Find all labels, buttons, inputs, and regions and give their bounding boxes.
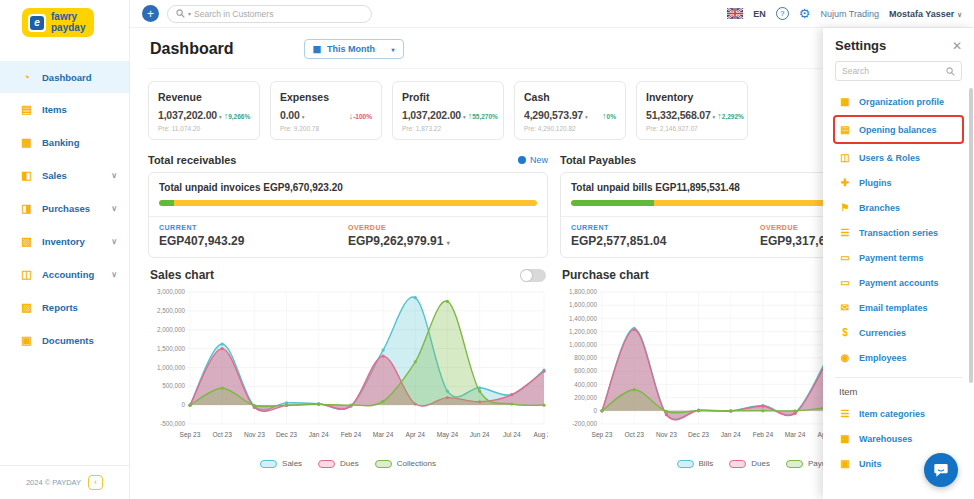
sidebar-item-label: Items [42, 104, 67, 115]
settings-item-plugins[interactable]: ✚Plugins [835, 170, 962, 195]
topbar: + ▾ EN ? ⚙ Nujum Trading Mostafa Yasser … [130, 0, 974, 28]
settings-search-input[interactable] [842, 66, 942, 76]
legend-label: Sales [282, 459, 302, 468]
settings-item-label: Transaction series [859, 228, 938, 238]
user-menu[interactable]: Mostafa Yasser ∨ [889, 9, 962, 19]
settings-item-item-categories[interactable]: ☰Item categories [835, 401, 962, 426]
toggle-knob [521, 270, 532, 281]
settings-item-opening-balances[interactable]: ▤Opening balances [835, 117, 962, 142]
global-search[interactable]: ▾ [167, 5, 372, 23]
sidebar-item-inventory[interactable]: ▧Inventory∨ [0, 225, 129, 258]
sidebar-item-accounting[interactable]: ◫Accounting∨ [0, 258, 129, 291]
overdue-value[interactable]: EGP9,262,979.91 ▾ [348, 234, 537, 248]
warehouses-icon: ▦ [839, 433, 851, 444]
help-icon[interactable]: ? [776, 7, 789, 20]
settings-item-label: Item categories [859, 409, 925, 419]
settings-item-organization-profile[interactable]: ▦Organization profile [835, 89, 962, 114]
legend-swatch-icon [318, 460, 335, 468]
company-name[interactable]: Nujum Trading [820, 9, 879, 19]
sales-icon: ◧ [20, 169, 33, 182]
current-label: CURRENT [159, 224, 348, 231]
accounting-icon: ◫ [20, 268, 33, 281]
svg-text:1,400,000: 1,400,000 [569, 315, 598, 322]
sidebar-nav: ◔Dashboard▤Items▦Banking◧Sales∨◨Purchase… [0, 47, 129, 465]
svg-text:Sep 23: Sep 23 [592, 431, 613, 439]
current-value: EGP2,577,851.04 [571, 234, 760, 248]
sidebar-item-reports[interactable]: ▨Reports [0, 291, 129, 324]
settings-item-label: Email templates [859, 303, 928, 313]
receivables-progress-fill [159, 200, 174, 206]
chart-toggle[interactable] [520, 269, 546, 282]
receivables-card: Total unpaid invoices EGP9,670,923.20 CU… [148, 172, 548, 258]
sidebar-item-purchases[interactable]: ◨Purchases∨ [0, 192, 129, 225]
settings-item-currencies[interactable]: $Currencies [835, 320, 962, 345]
search-scope-caret-icon[interactable]: ▾ [188, 10, 191, 17]
legend-swatch-icon [786, 460, 803, 468]
chat-fab-button[interactable] [924, 453, 958, 487]
kpi-change-badge: ↓-100% [349, 111, 372, 121]
sidebar-item-sales[interactable]: ◧Sales∨ [0, 159, 129, 192]
settings-search[interactable] [835, 61, 962, 81]
sales-chart-block: Sales chart-500,0000500,0001,000,0001,50… [148, 266, 548, 468]
sidebar-item-banking[interactable]: ▦Banking [0, 126, 129, 159]
sales-chart-svg: -500,0000500,0001,000,0001,500,0002,000,… [148, 286, 548, 458]
chart-legend: SalesDuesCollections [148, 459, 548, 468]
sidebar-footer: 2024 © PAYDAY ‹ [0, 465, 129, 499]
chevron-down-icon[interactable]: ▾ [302, 114, 305, 120]
chevron-down-icon: ▾ [392, 46, 395, 53]
settings-item-warehouses[interactable]: ▦Warehouses [835, 426, 962, 451]
settings-item-label: Users & Roles [859, 153, 920, 163]
settings-item-payment-accounts[interactable]: ▭Payment accounts [835, 270, 962, 295]
settings-item-branches[interactable]: ⚑Branches [835, 195, 962, 220]
legend-item-collections[interactable]: Collections [375, 459, 436, 468]
item-section-label: Item [835, 382, 962, 399]
dashboard-icon: ◔ [20, 71, 33, 83]
scrollbar-thumb[interactable] [969, 88, 973, 383]
legend-item-dues[interactable]: Dues [318, 459, 359, 468]
kpi-card-inventory: Inventory51,332,568.07▾↑2,292%Pre: 2,146… [636, 81, 748, 140]
branches-icon: ⚑ [839, 202, 851, 213]
settings-general-list: ▦Organization profile▤Opening balances◫U… [835, 89, 962, 370]
legend-swatch-icon [260, 460, 277, 468]
svg-text:Feb 24: Feb 24 [753, 431, 774, 438]
settings-item-email-templates[interactable]: ✉Email templates [835, 295, 962, 320]
new-badge[interactable]: New [518, 155, 548, 165]
svg-text:Apr 24: Apr 24 [406, 431, 426, 439]
sidebar-item-documents[interactable]: ▣Documents [0, 324, 129, 357]
payment-accounts-icon: ▭ [839, 277, 851, 288]
chevron-down-icon[interactable]: ▾ [219, 114, 222, 120]
settings-item-payment-terms[interactable]: ▭Payment terms [835, 245, 962, 270]
uk-flag-icon[interactable] [727, 8, 743, 19]
users-roles-icon: ◫ [839, 152, 851, 163]
copyright-text: 2024 © PAYDAY [26, 478, 81, 487]
close-icon[interactable]: ✕ [952, 40, 962, 52]
chevron-down-icon[interactable]: ▾ [713, 114, 716, 120]
period-selector[interactable]: ▦ This Month ▾ [304, 39, 404, 59]
payables-progress-fill [571, 200, 654, 206]
chevron-down-icon: ∨ [111, 204, 117, 213]
settings-item-users-roles[interactable]: ◫Users & Roles [835, 145, 962, 170]
settings-item-transaction-series[interactable]: ☰Transaction series [835, 220, 962, 245]
gear-icon[interactable]: ⚙ [799, 6, 811, 21]
svg-text:-200,000: -200,000 [572, 420, 597, 427]
legend-item-sales[interactable]: Sales [260, 459, 302, 468]
search-input[interactable] [194, 9, 363, 19]
organization-profile-icon: ▦ [839, 96, 851, 107]
kpi-previous-value: Pre: 2,146,927.07 [646, 125, 738, 132]
settings-item-employees[interactable]: ◉Employees [835, 345, 962, 370]
brand-logo[interactable]: e fawry payday [0, 0, 129, 47]
language-label[interactable]: EN [753, 9, 766, 19]
sidebar-item-items[interactable]: ▤Items [0, 93, 129, 126]
email-templates-icon: ✉ [839, 302, 851, 313]
chart-title: Sales chart [150, 268, 214, 282]
legend-item-bills[interactable]: Bills [677, 459, 714, 468]
sidebar-item-dashboard[interactable]: ◔Dashboard [0, 61, 129, 93]
legend-item-dues[interactable]: Dues [729, 459, 770, 468]
chevron-down-icon[interactable]: ▾ [585, 114, 588, 120]
sidebar-collapse-button[interactable]: ‹ [88, 475, 103, 490]
payment-terms-icon: ▭ [839, 252, 851, 263]
svg-text:500,000: 500,000 [162, 382, 185, 389]
svg-text:Jan 24: Jan 24 [721, 431, 741, 438]
chevron-down-icon[interactable]: ▾ [463, 114, 466, 120]
quick-add-button[interactable]: + [142, 5, 159, 22]
